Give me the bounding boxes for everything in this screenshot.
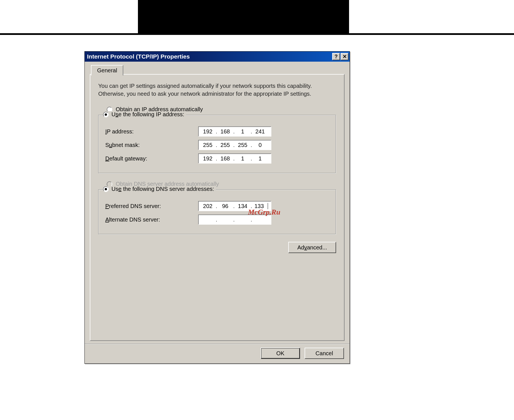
subnet-mask-row: Subnet mask: 255. 255. 255. 0 (105, 140, 329, 150)
subnet-mask-label: Subnet mask: (105, 142, 198, 148)
tab-general-label: General (97, 67, 117, 73)
dns-group: Use the following DNS server addresses: … (98, 189, 336, 234)
default-gateway-input[interactable]: 192. 168. 1. 1 (198, 153, 271, 164)
cancel-button-label: Cancel (316, 350, 333, 357)
ok-button-label: OK (276, 350, 285, 357)
radio-use-dns-label[interactable]: Use the following DNS server addresses: (111, 186, 214, 192)
radio-use-ip[interactable] (103, 112, 109, 117)
tab-panel: You can get IP settings assigned automat… (90, 74, 345, 341)
preferred-dns-label: Preferred DNS server: (105, 203, 198, 209)
help-button[interactable]: ? (332, 53, 340, 60)
preferred-dns-row: Preferred DNS server: 202. 96. 134. 133 (105, 201, 329, 211)
ok-button[interactable]: OK (261, 348, 300, 359)
preferred-dns-input[interactable]: 202. 96. 134. 133 (198, 201, 271, 211)
dialog-buttons: OK Cancel (261, 348, 344, 359)
ip-group-legend: Use the following IP address: (103, 111, 186, 118)
alternate-dns-label: Alternate DNS server: (105, 216, 198, 223)
subnet-mask-input[interactable]: 255. 255. 255. 0 (198, 140, 271, 150)
page-header-black (138, 0, 349, 33)
cancel-button[interactable]: Cancel (305, 348, 344, 359)
tab-general[interactable]: General (91, 65, 123, 75)
dns-group-legend: Use the following DNS server addresses: (103, 186, 216, 192)
ip-address-row: IP address: 192. 168. 1. 241 (105, 126, 329, 137)
alternate-dns-row: Alternate DNS server: . . . (105, 215, 329, 225)
radio-use-dns[interactable] (103, 186, 109, 192)
advanced-button[interactable]: Advanced... (288, 242, 336, 253)
default-gateway-row: Default gateway: 192. 168. 1. 1 (105, 153, 329, 164)
alternate-dns-input[interactable]: . . . (198, 215, 271, 225)
close-button[interactable]: ✕ (341, 53, 348, 60)
tcpip-properties-dialog: Internet Protocol (TCP/IP) Properties ? … (84, 51, 350, 364)
ip-address-input[interactable]: 192. 168. 1. 241 (198, 126, 271, 137)
bottom-separator (85, 344, 350, 344)
client-area: General You can get IP settings assigned… (85, 62, 350, 363)
close-icon: ✕ (343, 53, 347, 60)
advanced-button-label: Advanced... (297, 244, 327, 251)
radio-use-ip-label[interactable]: Use the following IP address: (111, 111, 184, 118)
titlebar: Internet Protocol (TCP/IP) Properties ? … (85, 52, 350, 62)
intro-text: You can get IP settings assigned automat… (98, 82, 336, 98)
ip-address-group: Use the following IP address: IP address… (98, 115, 336, 173)
window-title: Internet Protocol (TCP/IP) Properties (87, 53, 332, 60)
help-icon: ? (335, 54, 338, 60)
page-header-rule (0, 33, 514, 35)
text-cursor (268, 203, 268, 209)
advanced-row: Advanced... (98, 242, 336, 253)
ip-address-label: IP address: (105, 128, 198, 135)
default-gateway-label: Default gateway: (105, 155, 198, 162)
